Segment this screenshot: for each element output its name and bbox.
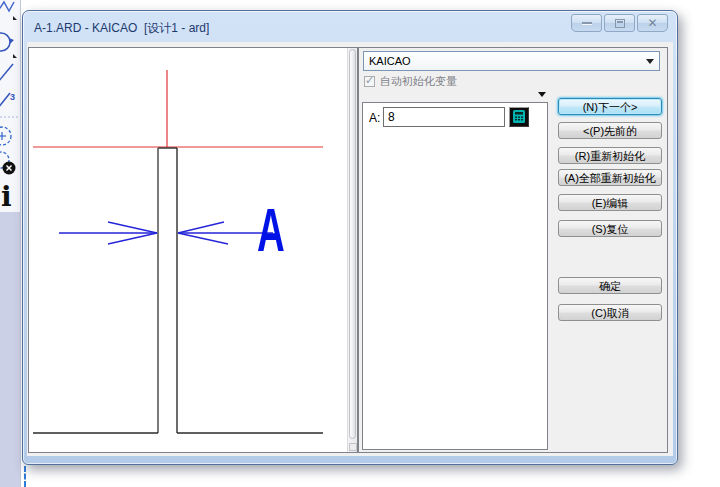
auto-init-checkbox[interactable]: ✓ bbox=[364, 76, 375, 87]
variables-listbox: A: bbox=[362, 102, 548, 450]
previous-button[interactable]: <(P)先前的 bbox=[558, 122, 662, 139]
caption-buttons: ✕ bbox=[571, 14, 668, 32]
list-scroll-up-icon[interactable] bbox=[538, 92, 546, 97]
cancel-button[interactable]: (C)取消 bbox=[558, 304, 662, 321]
macro-select-value: KAICAO bbox=[369, 55, 411, 67]
toolbar-lower-panel bbox=[0, 212, 20, 487]
polyline3-badge: 3 bbox=[10, 92, 15, 102]
check-icon: ✓ bbox=[365, 74, 374, 87]
minimize-button[interactable] bbox=[571, 14, 602, 32]
ok-button[interactable]: 确定 bbox=[558, 277, 662, 294]
minimize-icon bbox=[582, 22, 592, 25]
variable-a-input[interactable] bbox=[383, 107, 505, 127]
chevron-down-icon bbox=[646, 59, 654, 64]
macro-select-dropdown[interactable]: KAICAO bbox=[363, 51, 660, 71]
close-icon: ✕ bbox=[647, 17, 657, 29]
auto-init-label: 自动初始化变量 bbox=[380, 74, 457, 89]
drawing-canvas: A bbox=[29, 48, 347, 452]
maximize-button[interactable] bbox=[604, 14, 635, 32]
scrollbar-end-button[interactable] bbox=[349, 443, 357, 451]
window-title: A-1.ARD - KAICAO [设计1 - ard] bbox=[34, 20, 209, 37]
dimension-label-group: A bbox=[257, 195, 285, 265]
reinitialize-all-button[interactable]: (A)全部重新初始化 bbox=[558, 169, 662, 186]
flyout-corner-icon-2 bbox=[13, 54, 17, 58]
edit-button[interactable]: (E)编辑 bbox=[558, 194, 662, 211]
construction-dashed-line bbox=[24, 466, 26, 487]
circle-arrow-tool-icon[interactable] bbox=[0, 33, 10, 51]
scrollbar-thumb[interactable] bbox=[349, 49, 356, 439]
variable-a-label: A: bbox=[369, 111, 380, 125]
reinitialize-button[interactable]: (R)重新初始化 bbox=[558, 147, 662, 164]
flyout-corner-icon bbox=[13, 16, 17, 20]
dimension-label: A bbox=[257, 195, 285, 265]
toolbar-icons: 3 i bbox=[0, 0, 22, 212]
drawing-preview-panel: A bbox=[28, 47, 358, 453]
app-toolbar-strip: 3 i bbox=[0, 0, 21, 487]
maximize-icon bbox=[615, 19, 625, 28]
calculator-button[interactable] bbox=[509, 107, 529, 127]
reset-button[interactable]: (S)复位 bbox=[558, 220, 662, 237]
kaicao-dialog-window: A-1.ARD - KAICAO [设计1 - ard] ✕ bbox=[22, 10, 678, 465]
auto-init-row: ✓ 自动初始化变量 bbox=[364, 75, 457, 88]
titlebar: A-1.ARD - KAICAO [设计1 - ard] ✕ bbox=[23, 11, 677, 42]
next-button[interactable]: (N)下一个> bbox=[558, 98, 662, 115]
drawing-vertical-scrollbar[interactable] bbox=[347, 48, 357, 452]
dimension-arrows bbox=[59, 222, 273, 244]
info-icon[interactable]: i bbox=[1, 180, 12, 212]
line-tool-icon[interactable] bbox=[0, 64, 13, 82]
polyline3-tool-icon[interactable] bbox=[0, 93, 10, 108]
parameters-panel: KAICAO ✓ 自动初始化变量 A: bbox=[358, 47, 668, 453]
zigzag-tool-icon[interactable] bbox=[0, 2, 14, 11]
calculator-icon bbox=[510, 108, 528, 126]
close-button[interactable]: ✕ bbox=[637, 14, 668, 32]
dialog-client-area: A KAICAO ✓ 自动初始化变量 A: bbox=[27, 42, 673, 456]
